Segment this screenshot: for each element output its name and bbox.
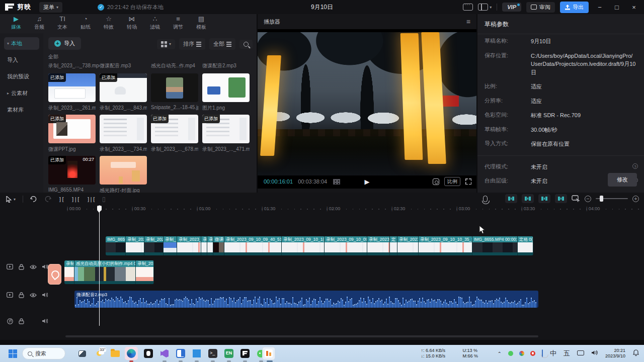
ratio-button[interactable]: 比例 [444,177,460,186]
lock-icon[interactable] [18,263,25,270]
menu-button[interactable]: 菜单 ▾ [39,2,62,13]
hide-track-icon[interactable] [29,291,37,299]
vip-badge[interactable]: VIP [502,3,521,12]
time-ruler[interactable]: 00:0000:3001:0001:3002:0002:3003:0003:30… [50,206,644,214]
layout-switch-button[interactable]: ▾ [478,4,492,11]
timeline-clip[interactable]: 录制_202 [136,260,154,284]
delete-button[interactable]: ▯ [102,196,106,203]
frame-preview-icon[interactable] [333,179,340,185]
sidebar-item-本地[interactable]: ▾本地 [4,37,39,50]
tab-调节[interactable]: ≡调节 [167,14,189,32]
qq-tray-icon[interactable] [530,351,535,356]
import-button[interactable]: + 导入 [48,37,81,50]
volume-tray-icon[interactable] [591,350,598,357]
timeline-clip[interactable]: 录制_202 [126,236,144,255]
hide-track-icon[interactable] [29,263,37,270]
quality-preview-icon[interactable] [433,178,439,185]
split-button[interactable]: ][ [58,196,64,203]
filter-button[interactable]: 全部 [209,38,235,50]
play-button[interactable]: ▶ [365,178,370,186]
close-button[interactable]: × [628,4,640,11]
tab-转场[interactable]: ⋈转场 [121,14,143,32]
terminal-button[interactable]: >_ [206,347,219,360]
wechat-tray-icon[interactable] [508,351,513,356]
media-item[interactable]: Snipaste_2...-18-45.jpg [151,73,202,112]
weather-widget[interactable]: 33° [93,347,106,360]
tab-音频[interactable]: ♫音频 [28,14,50,32]
timeline-clip[interactable]: 微课PP [213,236,224,255]
timeline-clip[interactable]: IMG_8655 [106,236,126,255]
sidebar-item-我的预设[interactable]: 我的预设 [4,70,39,83]
media-item[interactable]: 已添加录制_2023_..._471.mp4 [202,115,254,153]
playhead-line[interactable] [99,205,100,326]
audio-clip[interactable]: 微课配音2.mp3 [74,291,538,308]
edge-browser-button[interactable] [125,347,138,360]
wubi-indicator[interactable]: 五 [564,349,570,358]
clock[interactable]: 20:21 2023/9/10 [605,348,625,359]
review-button[interactable]: 审阅 [526,2,555,13]
export-button[interactable]: 导出 [560,2,589,13]
trim-left-button[interactable]: ]|[ [71,196,79,203]
mask-select-icon[interactable] [572,195,580,202]
undo-button[interactable] [30,196,37,203]
media-item[interactable]: 已添加录制_2023_..._261.mp4 [48,73,100,112]
media-item[interactable]: 已添加录制_2023_..._843.mp4 [100,73,151,112]
cover-clip[interactable] [48,264,61,285]
timeline-clip[interactable]: 感光自动亮度小灯的制作.mp4 00:0 [74,260,136,284]
mute-track-icon[interactable] [41,317,48,325]
taskbar-search[interactable]: 搜索 [22,347,65,359]
sort-button[interactable]: 排序 [179,38,205,50]
sidebar-item-素材库[interactable]: 素材库 [4,104,39,116]
search-button[interactable] [239,40,253,49]
ime-indicator[interactable]: 中 [550,349,556,358]
timeline-clip[interactable]: 录 [207,236,213,255]
linkage-toggle[interactable] [538,194,550,203]
timeline-clip[interactable]: 录制_2023_09_10_10_35_50_471.n [419,236,472,255]
endnote-button[interactable]: EN [222,347,235,360]
redo-button[interactable] [44,196,51,203]
browser-tray-icon[interactable] [519,351,524,356]
visual-studio-button[interactable] [158,347,171,360]
mute-track-icon[interactable] [41,291,48,299]
player-menu-icon[interactable]: ≡ [466,18,470,26]
start-button[interactable] [6,347,19,360]
shortcut-keys-icon[interactable] [463,4,473,11]
microphone-tray-icon[interactable] [542,350,543,357]
apple-app-button[interactable] [142,347,155,360]
timeline-clip[interactable]: IMG_8655.MP4 00:00:2 [472,236,518,255]
media-item[interactable]: 图片1.png [202,73,254,112]
tab-文本[interactable]: TI文本 [51,14,73,32]
fullscreen-icon[interactable] [465,178,471,185]
view-mode-button[interactable]: ▾ [157,39,175,49]
timeline-clip[interactable]: 录制_202 [144,236,164,255]
select-tool-button[interactable]: ▾ [6,196,16,203]
media-item[interactable]: 感光路灯-封面.jpg [100,156,151,193]
info-icon[interactable]: ? [632,163,638,169]
auto-snap-toggle[interactable] [522,194,534,203]
vscode-button[interactable] [190,347,203,360]
mute-track-icon[interactable] [41,263,48,270]
main-track-magnet-toggle[interactable] [505,194,517,203]
horizontal-scrollbar[interactable] [65,335,538,337]
media-item[interactable]: 录制_2023_..._734.mp4 [100,115,151,153]
timeline-clip[interactable]: 录制_2023_09_10_09_ [325,236,367,255]
timeline-clip[interactable]: 定 [390,236,397,255]
tab-滤镜[interactable]: ∴滤镜 [144,14,166,32]
timeline-clip[interactable]: 录制_2023_ [367,236,390,255]
lock-icon[interactable] [18,291,25,299]
sidebar-item-导入[interactable]: 导入 [4,54,39,66]
trim-right-button[interactable]: ]|[ [87,196,95,203]
preview-axis-toggle[interactable] [555,194,567,203]
media-item[interactable]: 已添加微课PPT.jpg [48,115,100,153]
playhead-handle[interactable] [97,206,102,211]
tab-媒体[interactable]: ▶媒体 [5,14,27,32]
timeline-clip[interactable]: 录 [201,236,207,255]
timeline-clip[interactable]: 录制_2023_09_10_1( [282,236,325,255]
sidebar-item-云素材[interactable]: ▸云素材 [4,87,39,100]
timeline-clip[interactable]: 录制_2023_0 [177,236,201,255]
record-voiceover-icon[interactable] [483,196,488,202]
tab-贴纸[interactable]: ◔贴纸 [74,14,97,32]
timeline-clip[interactable]: 录制 [64,260,74,284]
media-item[interactable]: 已添加00:27IMG_8655.MP4 [48,156,100,193]
minimize-button[interactable]: − [594,4,606,11]
